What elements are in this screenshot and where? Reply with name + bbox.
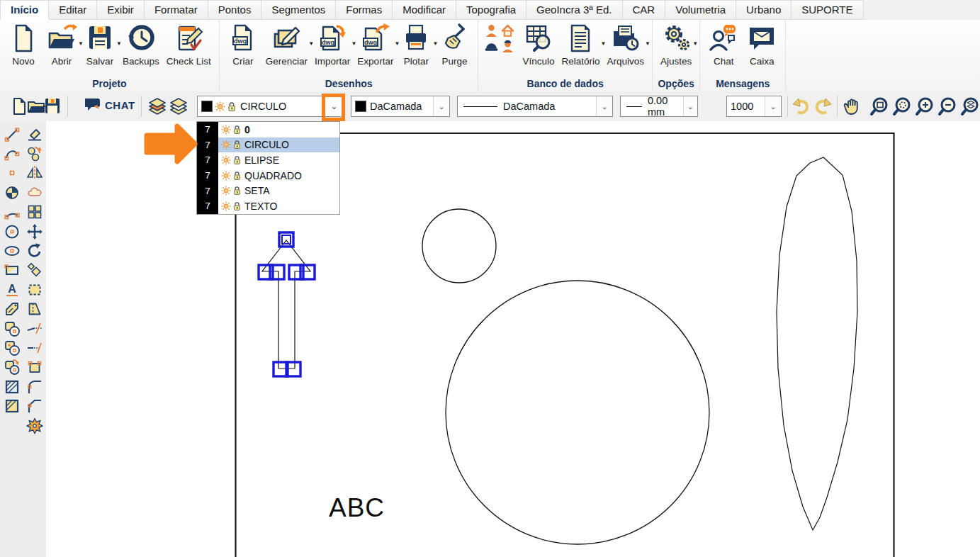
tool-stretch[interactable]: [25, 280, 45, 299]
large-circle-entity[interactable]: [446, 281, 709, 544]
purge-button[interactable]: Purge: [435, 21, 473, 67]
tab-pontos[interactable]: Pontos: [208, 0, 262, 20]
tab-topografia[interactable]: Topografia: [456, 0, 526, 20]
quick-new-button[interactable]: [11, 97, 28, 116]
zoom-all-button[interactable]: [959, 96, 980, 117]
tool-text[interactable]: A: [2, 280, 22, 299]
tool-explode[interactable]: [25, 416, 45, 435]
layer-on-sun-icon[interactable]: [221, 201, 231, 211]
backups-button[interactable]: Backups: [119, 21, 163, 67]
pan-button[interactable]: [843, 96, 862, 116]
layer-unlock-icon[interactable]: [232, 140, 242, 150]
color-combo-dropdown-icon[interactable]: ⌄: [433, 96, 449, 116]
tool-offset[interactable]: [25, 300, 45, 319]
tab-modificar[interactable]: Modificar: [393, 0, 456, 20]
tool-array[interactable]: [25, 203, 45, 222]
small-circle-entity[interactable]: [422, 209, 496, 283]
layer-option-0[interactable]: 7 0: [197, 122, 339, 137]
seta-entity-selected[interactable]: [259, 232, 315, 376]
tool-grip-edit[interactable]: [25, 358, 45, 377]
linetype-combo[interactable]: DaCamada ⌄: [457, 96, 613, 117]
tab-geoincra-3ed[interactable]: GeoIncra 3ª Ed.: [526, 0, 622, 20]
abc-text-entity[interactable]: ABC: [329, 493, 385, 522]
client-person-icon[interactable]: [484, 23, 499, 38]
scale-combo[interactable]: 1000 ⌄: [726, 96, 782, 117]
worker-icon[interactable]: [500, 39, 515, 54]
gerenciar-button[interactable]: ▼ Gerenciar: [262, 21, 311, 67]
checklist-button[interactable]: Check List: [163, 21, 215, 67]
scale-combo-dropdown-icon[interactable]: ⌄: [765, 96, 781, 116]
tool-circle[interactable]: [2, 222, 22, 241]
tool-station-block[interactable]: [2, 319, 22, 338]
chat-button[interactable]: Chat: [704, 21, 743, 67]
helmet-icon[interactable]: [484, 39, 499, 54]
tool-fillet[interactable]: [25, 377, 45, 396]
arquivos-button[interactable]: ▼ Arquivos: [603, 21, 648, 67]
lineweight-combo-dropdown-icon[interactable]: ⌄: [683, 96, 697, 116]
layer-unlock-icon[interactable]: [232, 201, 242, 211]
layer-on-sun-icon[interactable]: [221, 171, 231, 181]
tab-segmentos[interactable]: Segmentos: [261, 0, 336, 20]
vinculo-button[interactable]: Vínculo: [519, 21, 558, 67]
tool-scale[interactable]: [25, 261, 45, 280]
layer-unlock-icon[interactable]: [232, 186, 242, 196]
layer-on-sun-icon[interactable]: [221, 140, 231, 150]
redo-button[interactable]: [814, 98, 833, 116]
tool-hatch-open[interactable]: [2, 396, 22, 415]
tool-move[interactable]: [25, 222, 45, 241]
layer-option-seta[interactable]: 7 SETA: [197, 183, 339, 198]
exportar-button[interactable]: dwg ▼ Exportar: [354, 21, 397, 67]
layer-on-sun-icon[interactable]: [221, 125, 231, 135]
tool-arc[interactable]: [2, 203, 22, 222]
tool-rotate[interactable]: [25, 241, 45, 260]
tool-rectangle[interactable]: [2, 261, 22, 280]
layer-option-texto[interactable]: 7 TEXTO: [197, 198, 339, 214]
caixa-button[interactable]: Caixa: [743, 21, 781, 67]
color-combo[interactable]: DaCamada ⌄: [351, 96, 450, 117]
tool-extend[interactable]: [25, 338, 45, 357]
zoom-in-button[interactable]: [914, 96, 935, 117]
layer-option-quadrado[interactable]: 7 QUADRADO: [197, 168, 339, 184]
chat-toolbar-button[interactable]: CHAT: [84, 96, 135, 113]
tool-point-station[interactable]: [2, 183, 22, 202]
plotar-button[interactable]: ▼ Plotar: [397, 21, 435, 67]
tool-polyline[interactable]: [2, 144, 22, 163]
quick-open-button[interactable]: [27, 97, 45, 116]
drawing-canvas[interactable]: ABC: [46, 121, 980, 557]
layer-unlock-icon[interactable]: [232, 155, 242, 165]
tool-hatch[interactable]: [2, 377, 22, 396]
tab-volumetria[interactable]: Volumetria: [665, 0, 736, 20]
layer-states-button[interactable]: [169, 96, 188, 116]
salvar-button[interactable]: ▼ Salvar: [81, 21, 119, 67]
layer-option-elipse[interactable]: 7 ELIPSE: [197, 152, 339, 168]
ajustes-dropdown-arrow-icon[interactable]: ▼: [692, 40, 698, 47]
tab-formatar[interactable]: Formatar: [145, 0, 208, 20]
layer-on-sun-icon[interactable]: [221, 186, 231, 196]
tool-station-block-alt[interactable]: [2, 338, 22, 357]
tool-erase[interactable]: [25, 125, 45, 144]
ellipse-entity[interactable]: [777, 157, 857, 530]
importar-button[interactable]: dwg ▼ Importar: [311, 21, 354, 67]
layer-unlock-icon[interactable]: [232, 125, 242, 135]
layer-on-sun-icon[interactable]: [221, 155, 231, 165]
tab-inicio[interactable]: Início: [0, 0, 49, 20]
layers-manager-button[interactable]: [147, 96, 167, 116]
tab-formas[interactable]: Formas: [336, 0, 393, 20]
tool-revision-cloud[interactable]: [25, 183, 45, 202]
tool-chamfer[interactable]: [25, 396, 45, 415]
quick-save-button[interactable]: [44, 97, 61, 116]
novo-button[interactable]: Novo: [4, 21, 43, 67]
ajustes-button[interactable]: ▼ Ajustes: [657, 21, 695, 67]
tool-line[interactable]: [2, 125, 22, 144]
tab-suporte[interactable]: SUPORTE: [792, 0, 863, 20]
tool-point[interactable]: [2, 164, 22, 183]
layer-unlock-icon[interactable]: [232, 171, 242, 181]
tab-exibir[interactable]: Exibir: [97, 0, 145, 20]
zoom-extents-button[interactable]: [891, 96, 912, 117]
tool-station-copy[interactable]: [2, 358, 22, 377]
undo-button[interactable]: [791, 98, 810, 116]
tool-copy[interactable]: [25, 144, 45, 163]
zoom-out-button[interactable]: [937, 96, 957, 117]
tool-ellipse[interactable]: [2, 241, 22, 260]
tool-trim[interactable]: [25, 319, 45, 338]
